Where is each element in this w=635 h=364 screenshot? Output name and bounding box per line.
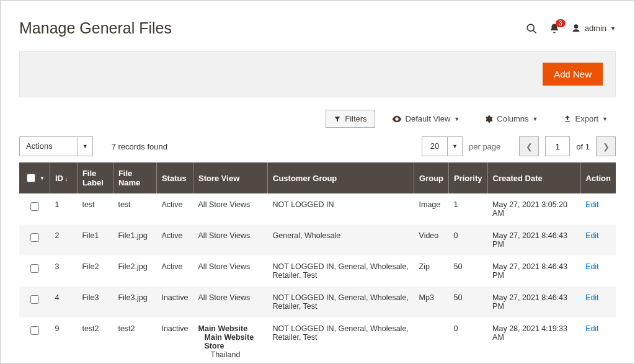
per-page-label: per page [469,142,500,151]
pager: 20 ▼ per page ❮ of 1 ❯ [422,136,616,156]
caret-down-icon: ▼ [610,25,616,32]
gear-icon [484,115,493,123]
page-total: of 1 [576,142,590,151]
cell-group: Zip [414,255,449,286]
default-view-label: Default View [406,114,451,123]
next-page-button[interactable]: ❯ [596,136,616,156]
edit-link[interactable]: Edit [585,262,599,271]
edit-link[interactable]: Edit [585,231,599,240]
prev-page-button[interactable]: ❮ [519,136,539,156]
cell-created-date: May 27, 2021 8:46:43 PM [487,286,580,317]
edit-link[interactable]: Edit [585,200,599,209]
cell-status: Active [156,255,193,286]
row-checkbox-cell [19,286,50,317]
cell-id: 3 [50,255,77,286]
cell-priority: 0 [449,224,488,255]
cell-file-name: test2 [113,317,156,364]
cell-store-view: Main WebsiteMain Website StoreThailand [193,317,268,364]
page-title: Manage General Files [19,19,172,37]
col-store-view[interactable]: Store View [193,162,268,193]
cell-priority: 50 [449,286,488,317]
cell-file-label: File2 [77,255,113,286]
search-icon[interactable] [525,22,538,35]
edit-link[interactable]: Edit [585,293,599,302]
cell-file-label: File3 [77,286,113,317]
row-checkbox[interactable] [30,326,39,335]
col-file-name[interactable]: File Name [113,162,156,193]
cell-store-view: All Store Views [193,286,268,317]
table-row[interactable]: 2File1File1.jpgActiveAll Store ViewsGene… [19,224,616,255]
cell-group: Image [414,193,449,224]
export-label: Export [575,114,599,123]
columns-button[interactable]: Columns ▼ [476,110,546,128]
row-checkbox[interactable] [30,295,39,304]
cell-file-name: File3.jpg [113,286,156,317]
row-checkbox[interactable] [30,202,39,211]
cell-action: Edit [580,193,616,224]
export-button[interactable]: Export ▼ [555,110,616,128]
cell-file-label: test [77,193,113,224]
notifications-badge: 3 [556,19,566,27]
caret-down-icon: ▼ [40,175,45,181]
caret-down-icon: ▼ [447,137,462,156]
table-row[interactable]: 9test2test2InactiveMain WebsiteMain Webs… [19,317,616,364]
chevron-right-icon: ❯ [603,142,610,151]
cell-status: Active [156,224,193,255]
cell-file-label: File1 [77,224,113,255]
cell-action: Edit [580,317,616,364]
grid-toolbar: Filters Default View ▼ Columns ▼ Export … [19,110,616,128]
add-new-button[interactable]: Add New [543,63,603,86]
admin-user-menu[interactable]: admin ▼ [571,24,616,33]
edit-link[interactable]: Edit [585,324,599,333]
page-header: Manage General Files 3 admin ▼ [1,1,634,43]
header-actions: 3 admin ▼ [525,22,616,35]
cell-id: 1 [50,193,77,224]
table-row[interactable]: 3File2File2.jpgActiveAll Store ViewsNOT … [19,255,616,286]
cell-group [414,317,449,364]
cell-created-date: May 27, 2021 8:46:43 PM [487,255,580,286]
row-checkbox-cell [19,193,50,224]
col-select-all[interactable]: ▼ [19,162,50,193]
cell-file-name: File2.jpg [113,255,156,286]
chevron-left-icon: ❮ [526,142,533,151]
filter-icon [334,115,341,123]
columns-label: Columns [497,114,528,123]
action-bar: Add New [19,51,616,97]
col-file-label[interactable]: File Label [77,162,113,193]
caret-down-icon: ▼ [602,116,608,122]
cell-priority: 50 [449,255,488,286]
cell-action: Edit [580,224,616,255]
col-created-date[interactable]: Created Date [487,162,580,193]
svg-point-0 [527,24,534,31]
cell-action: Edit [580,286,616,317]
col-id[interactable]: ID↓ [50,162,77,193]
mass-actions-select[interactable]: Actions ▼ [19,136,93,156]
col-group[interactable]: Group [414,162,449,193]
row-checkbox-cell [19,255,50,286]
default-view-button[interactable]: Default View ▼ [384,110,468,128]
sort-asc-icon: ↓ [65,176,68,182]
cell-customer-group: NOT LOGGED IN, General, Wholesale, Retai… [268,286,414,317]
cell-customer-group: NOT LOGGED IN [268,193,414,224]
notifications-icon[interactable]: 3 [549,23,560,34]
col-customer-group[interactable]: Customer Group [268,162,414,193]
per-page-select[interactable]: 20 ▼ [422,136,463,156]
caret-down-icon: ▼ [533,116,538,122]
cell-group: Mp3 [414,286,449,317]
col-action[interactable]: Action [580,162,616,193]
col-status[interactable]: Status [156,162,193,193]
cell-customer-group: NOT LOGGED IN, General, Wholesale, Retai… [268,255,414,286]
table-row[interactable]: 4File3File3.jpgInactiveAll Store ViewsNO… [19,286,616,317]
filters-button[interactable]: Filters [326,110,375,128]
row-checkbox[interactable] [30,233,39,242]
page-input[interactable] [545,136,570,156]
col-priority[interactable]: Priority [449,162,488,193]
row-checkbox[interactable] [30,264,39,273]
cell-id: 2 [50,224,77,255]
cell-group: Video [414,224,449,255]
mass-actions-label: Actions [20,137,78,156]
row-checkbox-cell [19,317,50,364]
table-row[interactable]: 1testtestActiveAll Store ViewsNOT LOGGED… [19,193,616,224]
cell-created-date: May 27, 2021 3:05:20 AM [487,193,580,224]
select-all-checkbox[interactable] [27,174,35,182]
